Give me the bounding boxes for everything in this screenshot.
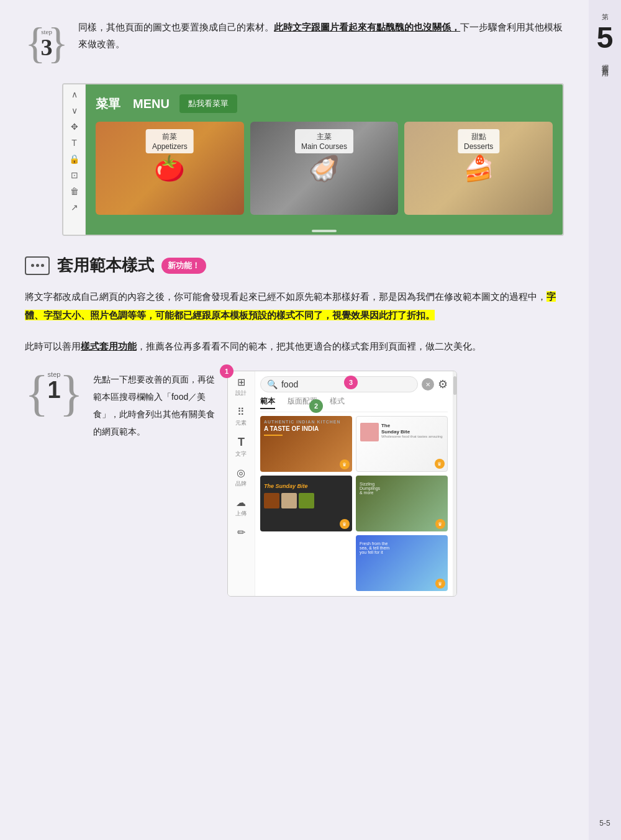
preview-title: 菜單 MENU — [96, 96, 170, 112]
page-number: 5-5 — [599, 819, 610, 828]
para1-start: 將文字都改成自己網頁的內容之後，你可能會發現看起來已經不如原先範本那樣好看，那是… — [25, 291, 546, 302]
desserts-card: 🍰 甜點 Desserts — [404, 122, 553, 215]
sunday1-subtitle: Wholesome food that tastes amazing — [381, 435, 443, 440]
sunday2-title: The Sunday Bite — [264, 483, 348, 489]
sunday1-food-img — [360, 423, 379, 441]
sunday2-img3 — [299, 493, 314, 508]
preview-main: 菜單 MENU 點我看菜單 🍅 前菜 Appetizers 🦪 — [86, 84, 563, 225]
sunday2-img1 — [264, 493, 279, 508]
sunday2-crown: ♛ — [340, 519, 350, 529]
template-sunday2-overlay: The Sunday Bite — [260, 476, 352, 531]
step3-text-normal: 同樣，其他頁面的圖文也要置換成自己的素材。 — [78, 22, 274, 32]
template-india[interactable]: AUTHENTIC INDIAN KITCHEN A TASTE OF INDI… — [260, 416, 352, 472]
wix-elements-icon[interactable]: ⠿ 元素 — [235, 406, 247, 427]
preview-scrollbar — [86, 225, 563, 235]
food4-text3: you fell for it — [360, 550, 444, 554]
arrow-up-icon: ∧ — [71, 89, 78, 99]
wix-scrollbar-thumb — [453, 376, 456, 395]
wix-design-icon[interactable]: ⊞ 設計 — [235, 376, 247, 397]
step1-inner: step 1 — [47, 371, 60, 402]
body-para1: 將文字都改成自己網頁的內容之後，你可能會發現看起來已經不如原先範本那樣好看，那是… — [25, 287, 564, 325]
preview-menu-btn[interactable]: 點我看菜單 — [179, 94, 237, 113]
food3-text2: Dumplings — [360, 486, 444, 490]
wix-pen-icon[interactable]: ✏ — [237, 526, 245, 538]
text-icon: T — [71, 138, 77, 148]
food4-crown: ♛ — [435, 579, 445, 589]
sunday1-crown: ♛ — [435, 459, 445, 469]
tab-style[interactable]: 樣式 — [330, 396, 345, 409]
wix-search-bar[interactable]: 🔍 food — [260, 376, 418, 392]
sunday2-img2 — [281, 493, 297, 508]
filter-btn[interactable]: ⚙ — [438, 377, 448, 391]
website-preview: ∧ ∨ ✥ T 🔒 ⊡ 🗑 ↗ 菜單 MENU 點我看菜單 🍅 前菜 — [62, 83, 564, 236]
food4-text2: sea, & tell them — [360, 546, 444, 550]
food3-text3: & more — [360, 490, 444, 495]
appetizers-label: 前菜 Appetizers — [146, 129, 194, 153]
step1-content-wrapper: 先點一下想要改善的頁面，再從範本區搜尋欄輸入「food／美食」，此時會列出其他有… — [93, 371, 457, 597]
wix-search-row: 🔍 food 3 ✕ ⚙ — [260, 376, 448, 392]
search-text: food — [281, 379, 298, 389]
sunday1-title2: Sunday Bite — [381, 429, 443, 435]
annotation-circle-2: 2 — [309, 399, 323, 413]
wix-content: 🔍 food 3 ✕ ⚙ — [255, 371, 453, 596]
step3-text: 同樣，其他頁面的圖文也要置換成自己的素材。此時文字跟圖片看起來有點醜醜的也沒關係… — [78, 19, 564, 52]
template-food4-overlay: Fresh from the sea, & tell them you fell… — [356, 535, 448, 591]
scrollbar-indicator — [312, 230, 337, 232]
section-title: 套用範本樣式 — [57, 255, 154, 276]
search-icon: 🔍 — [267, 379, 278, 389]
wix-body: ⊞ 設計 ⠿ 元素 T 文字 — [228, 371, 456, 596]
template-india-overlay: AUTHENTIC INDIAN KITCHEN A TASTE OF INDI… — [260, 416, 352, 472]
sunday1-title: The — [381, 423, 443, 429]
wix-left-panel: ⊞ 設計 ⠿ 元素 T 文字 — [228, 371, 255, 596]
lock-icon: 🔒 — [69, 154, 79, 164]
template-sunday1-overlay: The Sunday Bite Wholesome food that tast… — [356, 417, 447, 471]
text-label: 文字 — [235, 450, 247, 458]
dot2 — [36, 264, 39, 267]
food3-crown: ♛ — [435, 519, 445, 529]
wix-scrollbar[interactable] — [453, 371, 456, 596]
step3-text-highlight: 此時文字跟圖片看起來有點醜醜的也沒關係， — [274, 22, 460, 32]
india-title: A TASTE OF INDIA — [264, 425, 348, 432]
template-sunday1[interactable]: The Sunday Bite Wholesome food that tast… — [356, 416, 448, 472]
wix-tabs: 範本 2 版面配置 樣式 — [260, 396, 448, 412]
wix-editor-wrapper: 1 ⊞ 設計 ⠿ 元素 — [227, 371, 457, 597]
chapter-sidebar: 第 5 網頁應用 5-5 — [589, 0, 621, 840]
step1-indicator: { step 1 } — [25, 371, 83, 415]
para2-link: 樣式套用功能 — [81, 341, 137, 351]
annotation-1-wrapper: 1 — [220, 364, 233, 378]
step1-num: 1 — [47, 378, 60, 402]
food3-text1: Sizzling — [360, 482, 444, 486]
step1-text: 先點一下想要改善的頁面，再從範本區搜尋欄輸入「food／美食」，此時會列出其他有… — [93, 371, 217, 440]
wix-preview: ⊞ 設計 ⠿ 元素 T 文字 — [227, 371, 457, 597]
elements-label: 元素 — [235, 419, 247, 427]
brand-label: 品牌 — [235, 480, 247, 488]
new-badge: 新功能！ — [161, 258, 206, 274]
template-food3-overlay: Sizzling Dumplings & more — [356, 476, 448, 531]
wix-upload-icon[interactable]: ☁ 上傳 — [235, 497, 247, 518]
template-food3[interactable]: Sizzling Dumplings & more ♛ — [356, 476, 448, 531]
dot3 — [41, 264, 44, 267]
chapter-label-bottom: 網頁應用 — [601, 59, 610, 66]
copy-icon: ⊡ — [71, 170, 78, 180]
sunday2-images — [264, 493, 348, 508]
step1-block: { step 1 } 先點一下想要改善的頁面，再從範本區搜尋欄輸入「food／美… — [25, 371, 564, 597]
india-underline — [264, 435, 283, 436]
tab-template[interactable]: 範本 — [260, 396, 275, 409]
para2-start: 此時可以善用 — [25, 341, 81, 351]
step3-block: { step 3 } 同樣，其他頁面的圖文也要置換成自己的素材。此時文字跟圖片看… — [25, 19, 564, 68]
template-food4[interactable]: Fresh from the sea, & tell them you fell… — [356, 535, 448, 591]
preview-header: 菜單 MENU 點我看菜單 — [96, 94, 553, 113]
annotation-3-wrapper: 3 — [344, 376, 358, 389]
wix-brand-icon[interactable]: ◎ 品牌 — [235, 467, 247, 488]
para2-end: ，推薦各位再多看看不同的範本，把其他更適合的樣式套用到頁面裡，做二次美化。 — [137, 341, 481, 351]
clear-search-btn[interactable]: ✕ — [422, 378, 434, 391]
food4-text1: Fresh from the — [360, 541, 444, 546]
chat-icon — [25, 256, 50, 275]
annotation-2-wrapper: 2 — [309, 399, 323, 413]
preview-cards: 🍅 前菜 Appetizers 🦪 主菜 Main Courses — [96, 122, 553, 215]
template-sunday2[interactable]: The Sunday Bite ♛ — [260, 476, 352, 531]
wix-text-icon[interactable]: T 文字 — [235, 436, 247, 458]
chapter-label-top: 第 — [602, 12, 609, 22]
step3-brace: { step 3 } — [25, 19, 68, 68]
dot1 — [31, 264, 34, 267]
